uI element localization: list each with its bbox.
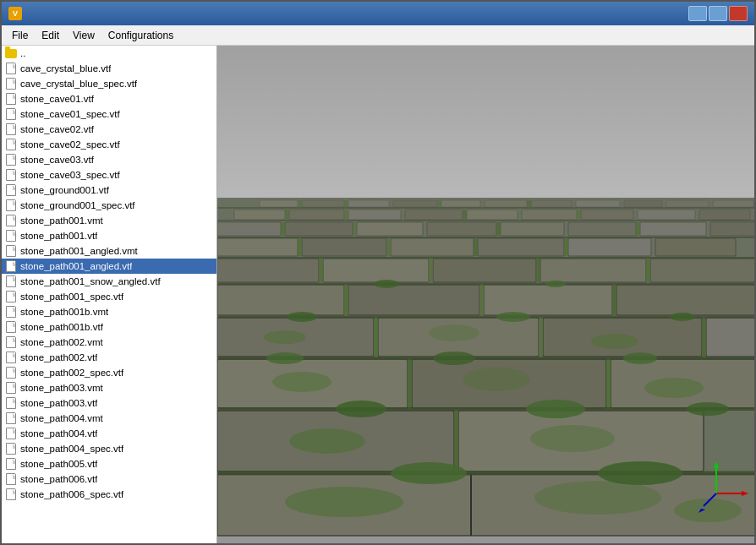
file-name: stone_path001_snow_angled.vtf <box>20 276 161 286</box>
svg-rect-25 <box>638 210 695 220</box>
title-bar-left: V <box>8 7 27 20</box>
file-list-item[interactable]: stone_path001_snow_angled.vtf <box>2 274 216 289</box>
file-list-item[interactable]: stone_path002.vmt <box>2 335 216 350</box>
svg-rect-52 <box>564 238 568 256</box>
file-list-item[interactable]: stone_ground001.vtf <box>2 183 216 198</box>
file-list-item[interactable]: stone_path004.vtf <box>2 426 216 441</box>
svg-rect-33 <box>357 222 423 236</box>
svg-rect-8 <box>485 200 527 207</box>
file-list-item[interactable]: stone_path001b.vmt <box>2 304 216 319</box>
svg-point-106 <box>374 280 399 288</box>
file-list-item[interactable]: stone_path001.vmt <box>2 213 216 228</box>
title-bar: V <box>2 2 754 25</box>
file-list-item[interactable]: .. <box>2 46 216 61</box>
file-list-item[interactable]: stone_cave02_spec.vtf <box>2 137 216 152</box>
svg-point-110 <box>670 313 695 321</box>
menu-items: File Edit View Configurations <box>5 26 180 45</box>
file-list-item[interactable]: stone_cave02.vtf <box>2 122 216 137</box>
file-name: stone_path002_spec.vtf <box>20 368 123 378</box>
svg-rect-58 <box>319 259 323 282</box>
file-list-item[interactable]: stone_cave03_spec.vtf <box>2 167 216 183</box>
file-list[interactable]: ..cave_crystal_blue.vtfcave_crystal_blue… <box>2 46 216 543</box>
file-list-item[interactable]: stone_path003.vtf <box>2 395 216 411</box>
file-list-item[interactable]: stone_path001_angled.vmt <box>2 243 216 259</box>
file-icon <box>5 428 17 439</box>
svg-rect-89 <box>454 411 458 471</box>
file-list-item[interactable]: stone_cave01_spec.vtf <box>2 106 216 122</box>
file-list-item[interactable]: stone_path006.vtf <box>2 471 216 487</box>
svg-rect-6 <box>393 200 437 207</box>
file-list-item[interactable]: stone_path001b.vtf <box>2 319 216 335</box>
svg-rect-17 <box>527 200 531 207</box>
file-list-item[interactable]: stone_path001_spec.vtf <box>2 289 216 304</box>
svg-point-107 <box>545 281 566 287</box>
file-list-item[interactable]: stone_path001_angled.vtf <box>2 259 216 274</box>
file-list-item[interactable]: stone_path004.vmt <box>2 411 216 426</box>
svg-rect-26 <box>699 210 750 220</box>
file-name: stone_path005.vtf <box>20 459 97 469</box>
svg-rect-57 <box>650 259 754 282</box>
window-controls <box>688 6 748 21</box>
svg-rect-10 <box>576 200 620 207</box>
file-name: stone_ground001_spec.vtf <box>20 200 135 210</box>
file-icon <box>5 184 17 196</box>
file-list-item[interactable]: stone_path006_spec.vtf <box>2 487 216 502</box>
svg-rect-7 <box>441 200 480 207</box>
svg-rect-15 <box>344 200 348 207</box>
file-list-item[interactable]: stone_cave03.vtf <box>2 152 216 167</box>
file-name: cave_crystal_blue.vtf <box>20 63 111 74</box>
maximize-button[interactable] <box>709 6 727 21</box>
file-name: stone_cave01_spec.vtf <box>20 109 120 119</box>
svg-point-117 <box>391 462 467 484</box>
file-icon <box>5 63 17 74</box>
svg-rect-4 <box>302 200 344 207</box>
menu-view[interactable]: View <box>66 26 101 45</box>
file-icon <box>5 93 17 105</box>
svg-rect-82 <box>408 359 412 408</box>
file-list-item[interactable]: stone_path004_spec.vtf <box>2 441 216 456</box>
menu-edit[interactable]: Edit <box>35 26 66 45</box>
file-icon <box>5 382 17 394</box>
file-name: stone_path001b.vtf <box>20 322 103 332</box>
file-name: stone_path006_spec.vtf <box>20 489 123 499</box>
file-list-item[interactable]: stone_path002_spec.vtf <box>2 365 216 380</box>
file-list-item[interactable]: cave_crystal_blue.vtf <box>2 61 216 76</box>
menu-file[interactable]: File <box>5 26 35 45</box>
menu-about[interactable] <box>737 34 751 37</box>
svg-rect-30 <box>577 210 581 220</box>
file-name: cave_crystal_blue_spec.vtf <box>20 79 137 89</box>
minimize-button[interactable] <box>688 6 707 21</box>
file-icon <box>5 199 17 211</box>
svg-rect-32 <box>285 222 353 236</box>
file-icon <box>5 78 17 90</box>
svg-point-84 <box>272 372 331 392</box>
file-list-item[interactable]: stone_ground001_spec.vtf <box>2 198 216 213</box>
file-list-item[interactable]: stone_path003.vmt <box>2 380 216 395</box>
file-list-item[interactable]: stone_cave01.vtf <box>2 91 216 106</box>
svg-point-108 <box>287 312 317 322</box>
file-icon <box>5 169 17 181</box>
svg-rect-23 <box>522 210 577 220</box>
file-name: stone_cave03_spec.vtf <box>20 170 120 180</box>
svg-rect-24 <box>581 210 633 220</box>
svg-rect-16 <box>437 200 441 207</box>
svg-point-112 <box>433 352 475 365</box>
file-list-item[interactable]: stone_path005.vtf <box>2 456 216 471</box>
svg-rect-54 <box>323 259 429 282</box>
menu-configurations[interactable]: Configurations <box>101 26 180 45</box>
close-button[interactable] <box>729 6 748 21</box>
svg-rect-49 <box>298 238 302 256</box>
svg-rect-60 <box>536 259 540 282</box>
file-name: stone_path003.vmt <box>20 383 103 393</box>
svg-rect-11 <box>624 200 662 207</box>
svg-point-114 <box>336 401 386 417</box>
file-name: stone_path001b.vmt <box>20 307 108 317</box>
file-list-item[interactable]: stone_path002.vtf <box>2 350 216 365</box>
file-icon <box>5 291 17 302</box>
svg-rect-1 <box>217 46 754 198</box>
svg-rect-35 <box>501 222 564 236</box>
file-name: stone_ground001.vtf <box>20 185 109 195</box>
file-list-item[interactable]: stone_path001.vtf <box>2 228 216 243</box>
file-list-item[interactable]: cave_crystal_blue_spec.vtf <box>2 76 216 91</box>
folder-icon <box>5 47 17 59</box>
